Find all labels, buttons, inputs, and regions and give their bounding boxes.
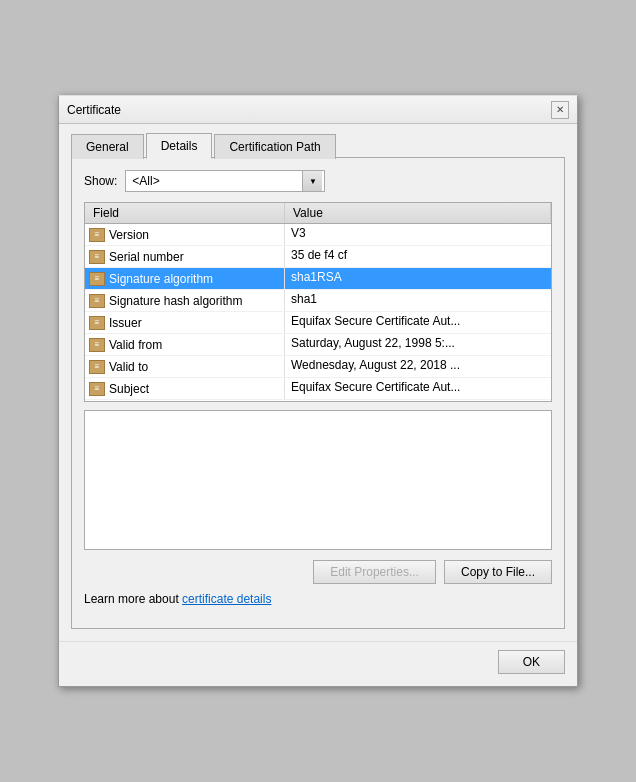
cell-value: V3 [285, 224, 551, 245]
table-row[interactable]: ≡VersionV3 [85, 224, 551, 246]
field-name: Valid from [109, 338, 162, 352]
table-header: Field Value [85, 203, 551, 224]
tab-general[interactable]: General [71, 134, 144, 159]
show-select-arrow[interactable]: ▼ [302, 171, 322, 191]
details-box [84, 410, 552, 550]
cell-field: ≡Subject [85, 378, 285, 399]
field-icon: ≡ [89, 272, 105, 286]
table-row[interactable]: ≡Signature algorithmsha1RSA [85, 268, 551, 290]
cell-value: sha1 [285, 290, 551, 311]
field-name: Signature hash algorithm [109, 294, 242, 308]
cell-field: ≡Version [85, 224, 285, 245]
copy-to-file-button[interactable]: Copy to File... [444, 560, 552, 584]
cell-value: Equifax Secure Certificate Aut... [285, 312, 551, 333]
field-icon: ≡ [89, 228, 105, 242]
show-select-value: <All> [132, 174, 302, 188]
show-label: Show: [84, 174, 117, 188]
bottom-buttons: Edit Properties... Copy to File... [84, 560, 552, 584]
ok-button[interactable]: OK [498, 650, 565, 674]
table-row[interactable]: ≡Valid fromSaturday, August 22, 1998 5:.… [85, 334, 551, 356]
tab-details[interactable]: Details [146, 133, 213, 159]
field-icon: ≡ [89, 338, 105, 352]
cell-field: ≡Issuer [85, 312, 285, 333]
table-row[interactable]: ≡SubjectEquifax Secure Certificate Aut..… [85, 378, 551, 400]
cell-field: ≡Valid to [85, 356, 285, 377]
certificate-details-link[interactable]: certificate details [182, 592, 271, 606]
dialog-footer: OK [59, 641, 577, 686]
table-row[interactable]: ≡Valid toWednesday, August 22, 2018 ... [85, 356, 551, 378]
cell-value: Equifax Secure Certificate Aut... [285, 378, 551, 399]
title-bar: Certificate ✕ [59, 96, 577, 124]
cell-value: sha1RSA [285, 268, 551, 289]
field-icon: ≡ [89, 382, 105, 396]
field-value-table: Field Value ≡VersionV3≡Serial number35 d… [84, 202, 552, 402]
close-icon: ✕ [556, 104, 564, 115]
table-row[interactable]: ≡IssuerEquifax Secure Certificate Aut... [85, 312, 551, 334]
field-name: Version [109, 228, 149, 242]
cell-field: ≡Signature hash algorithm [85, 290, 285, 311]
close-button[interactable]: ✕ [551, 101, 569, 119]
field-name: Serial number [109, 250, 184, 264]
dialog-title: Certificate [67, 103, 121, 117]
field-name: Signature algorithm [109, 272, 213, 286]
cell-field: ≡Serial number [85, 246, 285, 267]
field-name: Subject [109, 382, 149, 396]
field-icon: ≡ [89, 316, 105, 330]
column-header-value: Value [285, 203, 551, 223]
column-header-field: Field [85, 203, 285, 223]
field-name: Issuer [109, 316, 142, 330]
dialog-content: General Details Certification Path Show:… [59, 124, 577, 641]
cell-value: Saturday, August 22, 1998 5:... [285, 334, 551, 355]
cell-field: ≡Valid from [85, 334, 285, 355]
chevron-down-icon: ▼ [309, 177, 317, 186]
table-row[interactable]: ≡Signature hash algorithmsha1 [85, 290, 551, 312]
table-row[interactable]: ≡Serial number35 de f4 cf [85, 246, 551, 268]
tab-content-details: Show: <All> ▼ Field Value ≡VersionV3≡Ser… [71, 157, 565, 629]
table-body[interactable]: ≡VersionV3≡Serial number35 de f4 cf≡Sign… [85, 224, 551, 401]
cell-value: 35 de f4 cf [285, 246, 551, 267]
cell-field: ≡Signature algorithm [85, 268, 285, 289]
field-icon: ≡ [89, 360, 105, 374]
edit-properties-button[interactable]: Edit Properties... [313, 560, 436, 584]
show-select[interactable]: <All> ▼ [125, 170, 325, 192]
field-name: Valid to [109, 360, 148, 374]
learn-more-section: Learn more about certificate details [84, 592, 552, 606]
tab-certification-path[interactable]: Certification Path [214, 134, 335, 159]
field-icon: ≡ [89, 294, 105, 308]
learn-more-prefix: Learn more about [84, 592, 182, 606]
tab-bar: General Details Certification Path [71, 132, 565, 158]
field-icon: ≡ [89, 250, 105, 264]
certificate-dialog: Certificate ✕ General Details Certificat… [58, 95, 578, 687]
show-row: Show: <All> ▼ [84, 170, 552, 192]
cell-value: Wednesday, August 22, 2018 ... [285, 356, 551, 377]
